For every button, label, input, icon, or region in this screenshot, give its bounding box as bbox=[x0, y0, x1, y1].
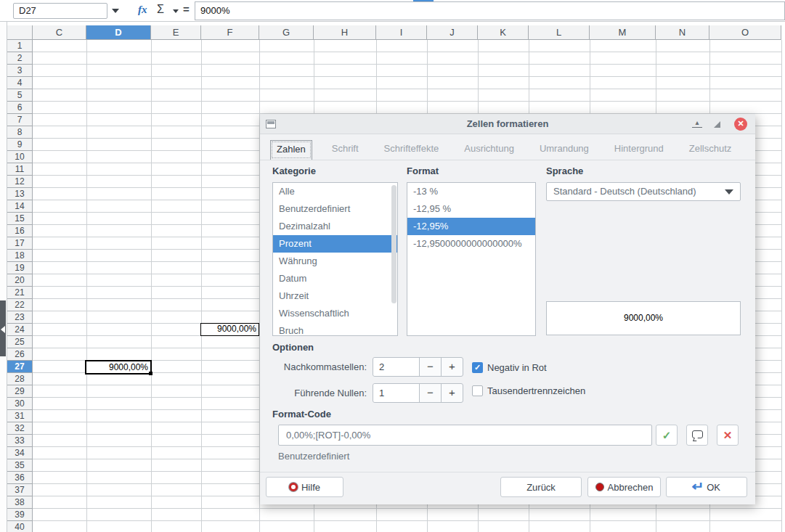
row-header-33[interactable]: 33 bbox=[7, 435, 33, 447]
formula-icon[interactable]: = bbox=[183, 3, 190, 15]
row-header-2[interactable]: 2 bbox=[7, 52, 33, 65]
row-header-7[interactable]: 7 bbox=[7, 114, 33, 126]
row-header-22[interactable]: 22 bbox=[7, 299, 33, 311]
category-item[interactable]: Prozent bbox=[273, 235, 397, 253]
tab-schrifteffekte[interactable]: Schrifteffekte bbox=[378, 140, 445, 160]
tab-ausrichtung[interactable]: Ausrichtung bbox=[458, 140, 520, 160]
row-header-19[interactable]: 19 bbox=[7, 262, 33, 274]
row-header-12[interactable]: 12 bbox=[7, 176, 33, 188]
cancel-button[interactable]: Abbrechen bbox=[587, 477, 661, 497]
thousands-separator-checkbox[interactable] bbox=[472, 385, 483, 396]
row-header-21[interactable]: 21 bbox=[7, 287, 33, 299]
row-header-37[interactable]: 37 bbox=[7, 484, 33, 496]
leading-zeroes-value[interactable]: 1 bbox=[373, 384, 420, 402]
row-header-3[interactable]: 3 bbox=[7, 65, 33, 77]
tab-schrift[interactable]: Schrift bbox=[326, 140, 365, 160]
edit-comment-button[interactable] bbox=[686, 425, 708, 446]
column-header-K[interactable]: K bbox=[478, 25, 529, 40]
row-header-39[interactable]: 39 bbox=[7, 509, 33, 521]
tab-hintergrund[interactable]: Hintergrund bbox=[609, 140, 670, 160]
function-wizard-icon[interactable]: fx bbox=[138, 4, 147, 16]
back-button[interactable]: Zurück bbox=[500, 477, 582, 497]
delete-format-code-button[interactable]: ✕ bbox=[717, 425, 739, 446]
column-header-E[interactable]: E bbox=[151, 25, 201, 40]
format-listbox[interactable]: -13 %-12,95 %-12,95%-12,9500000000000000… bbox=[407, 182, 536, 336]
column-header-O[interactable]: O bbox=[709, 25, 781, 40]
shade-window-icon[interactable]: ▴ bbox=[692, 118, 702, 128]
row-header-11[interactable]: 11 bbox=[7, 163, 33, 176]
decimal-places-value[interactable]: 2 bbox=[373, 358, 420, 376]
column-header-G[interactable]: G bbox=[259, 25, 314, 40]
leading-zeroes-increment-button[interactable]: + bbox=[442, 384, 463, 402]
category-item[interactable]: Datum bbox=[273, 270, 397, 287]
name-box-dropdown-icon[interactable] bbox=[112, 9, 119, 13]
row-header-25[interactable]: 25 bbox=[7, 336, 33, 348]
tab-zellschutz[interactable]: Zellschutz bbox=[683, 140, 738, 160]
formula-input[interactable]: 9000% bbox=[195, 1, 785, 20]
row-header-27[interactable]: 27 bbox=[7, 361, 33, 373]
column-header-M[interactable]: M bbox=[590, 25, 656, 40]
tab-umrandung[interactable]: Umrandung bbox=[534, 140, 595, 160]
column-header-N[interactable]: N bbox=[656, 25, 709, 40]
format-item[interactable]: -12,95 % bbox=[407, 200, 535, 218]
close-icon[interactable]: ✕ bbox=[734, 118, 747, 131]
format-item[interactable]: -12,95% bbox=[407, 218, 535, 235]
sum-dropdown-icon[interactable] bbox=[173, 9, 179, 13]
name-box[interactable]: D27 bbox=[13, 3, 107, 19]
row-header-36[interactable]: 36 bbox=[7, 472, 33, 484]
row-header-5[interactable]: 5 bbox=[7, 89, 33, 102]
cell-D27[interactable]: 9000,00% bbox=[85, 360, 152, 375]
row-header-20[interactable]: 20 bbox=[7, 274, 33, 287]
category-listbox[interactable]: AlleBenutzerdefiniertDezimalzahlProzentW… bbox=[272, 182, 398, 336]
category-item[interactable]: Bruch bbox=[273, 322, 397, 336]
row-header-32[interactable]: 32 bbox=[7, 422, 33, 435]
row-header-10[interactable]: 10 bbox=[7, 151, 33, 163]
row-header-26[interactable]: 26 bbox=[7, 348, 33, 361]
cell-F24[interactable]: 9000,00% bbox=[200, 323, 259, 336]
row-header-18[interactable]: 18 bbox=[7, 250, 33, 262]
language-select[interactable]: Standard - Deutsch (Deutschland) bbox=[546, 182, 741, 201]
row-header-17[interactable]: 17 bbox=[7, 237, 33, 250]
column-header-I[interactable]: I bbox=[376, 25, 427, 40]
sum-icon[interactable]: Σ bbox=[157, 3, 164, 16]
row-header-31[interactable]: 31 bbox=[7, 410, 33, 422]
dialog-titlebar[interactable]: Zellen formatieren ▴ ✕ bbox=[260, 114, 755, 134]
row-header-6[interactable]: 6 bbox=[7, 102, 33, 114]
language-dropdown-icon[interactable] bbox=[725, 189, 733, 195]
row-header-15[interactable]: 15 bbox=[7, 213, 33, 225]
decimal-places-decrement-button[interactable]: − bbox=[420, 358, 442, 376]
category-item[interactable]: Alle bbox=[273, 183, 397, 200]
column-header-C[interactable]: C bbox=[33, 25, 86, 40]
column-header-D[interactable]: D bbox=[86, 25, 151, 40]
row-header-13[interactable]: 13 bbox=[7, 188, 33, 200]
row-header-35[interactable]: 35 bbox=[7, 459, 33, 472]
category-item[interactable]: Wissenschaftlich bbox=[273, 305, 397, 322]
category-item[interactable]: Währung bbox=[273, 253, 397, 270]
row-header-1[interactable]: 1 bbox=[7, 40, 33, 52]
row-header-24[interactable]: 24 bbox=[7, 324, 33, 336]
sidebar-collapse-handle[interactable] bbox=[0, 300, 6, 356]
category-scrollbar[interactable] bbox=[391, 185, 396, 303]
row-header-28[interactable]: 28 bbox=[7, 373, 33, 385]
row-header-14[interactable]: 14 bbox=[7, 200, 33, 213]
column-header-L[interactable]: L bbox=[529, 25, 590, 40]
row-header-4[interactable]: 4 bbox=[7, 77, 33, 89]
format-item[interactable]: -12,9500000000000000% bbox=[407, 235, 535, 253]
ok-button[interactable]: ↵ OK bbox=[666, 477, 747, 497]
row-header-16[interactable]: 16 bbox=[7, 225, 33, 237]
column-header-J[interactable]: J bbox=[427, 25, 478, 40]
category-item[interactable]: Benutzerdefiniert bbox=[273, 200, 397, 218]
restore-window-icon[interactable] bbox=[714, 121, 720, 128]
help-button[interactable]: Hilfe bbox=[266, 477, 343, 497]
row-header-30[interactable]: 30 bbox=[7, 398, 33, 410]
category-item[interactable]: Dezimalzahl bbox=[273, 218, 397, 235]
format-item[interactable]: -13 % bbox=[407, 183, 535, 200]
negative-red-checkbox[interactable]: ✓ bbox=[472, 362, 483, 373]
tab-zahlen[interactable]: Zahlen bbox=[270, 140, 312, 160]
select-all-corner[interactable] bbox=[7, 25, 33, 40]
format-code-input[interactable]: 0,00%;[ROT]-0,00% bbox=[278, 425, 652, 446]
category-item[interactable]: Uhrzeit bbox=[273, 287, 397, 305]
row-header-29[interactable]: 29 bbox=[7, 385, 33, 398]
row-header-40[interactable]: 40 bbox=[7, 521, 33, 532]
row-header-9[interactable]: 9 bbox=[7, 139, 33, 151]
